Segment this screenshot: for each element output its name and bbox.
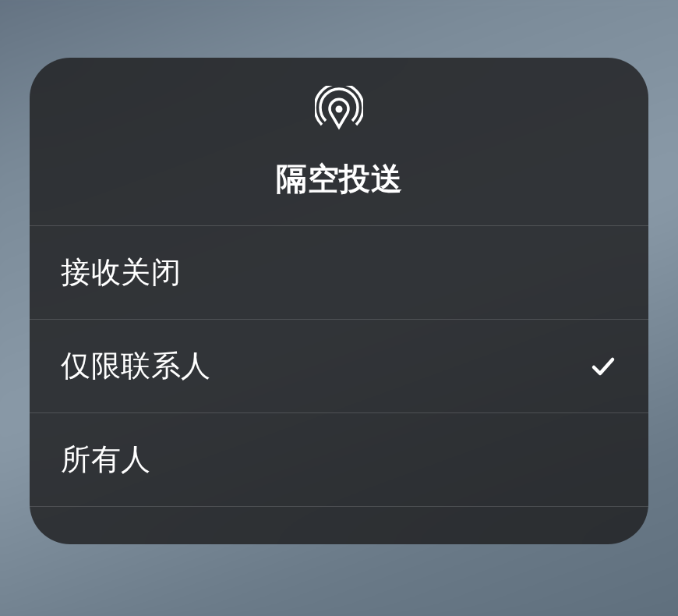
option-label: 所有人 [61,440,151,480]
option-label: 接收关闭 [61,253,181,292]
option-label: 仅限联系人 [61,346,211,386]
checkmark-icon [589,352,617,381]
option-contacts-only[interactable]: 仅限联系人 [30,320,648,413]
option-everyone[interactable]: 所有人 [30,413,648,507]
airdrop-icon [315,86,363,134]
svg-point-0 [336,106,343,113]
panel-title: 隔空投送 [276,158,402,200]
option-receiving-off[interactable]: 接收关闭 [30,226,648,320]
panel-header: 隔空投送 [30,58,648,226]
airdrop-settings-panel: 隔空投送 接收关闭 仅限联系人 所有人 [30,58,648,544]
